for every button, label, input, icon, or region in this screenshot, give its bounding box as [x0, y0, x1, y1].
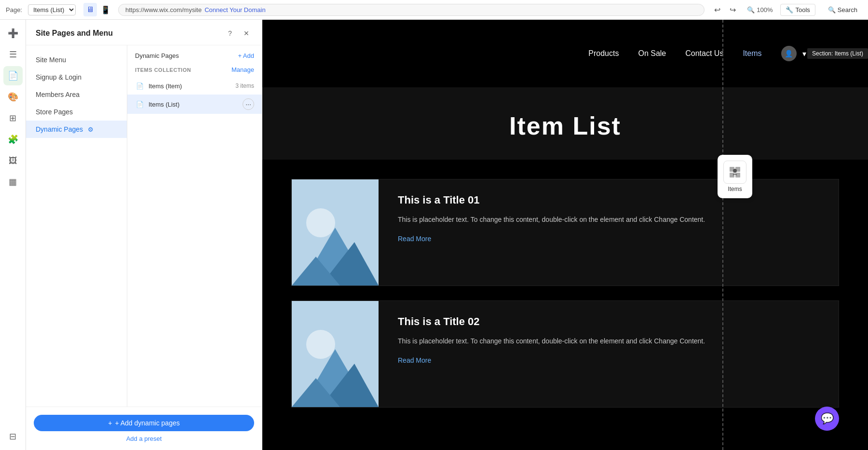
website-nav: Products On Sale Contact Us Items [588, 49, 761, 58]
device-switcher: 🖥 📱 [83, 3, 112, 16]
item-card-image-1 [292, 179, 379, 286]
sidebar-pages-icon[interactable]: 📄 [3, 66, 23, 85]
section-badge: Section: Items (List) [807, 48, 868, 59]
panel-body: Site Menu Signup & Login Members Area St… [26, 45, 262, 407]
nav-item-members-area[interactable]: Members Area [26, 86, 127, 103]
main-layout: ➕ ☰ 📄 🎨 ⊞ 🧩 🖼 ▦ ⊟ Site Pages and Menu ? … [0, 20, 868, 450]
top-bar: Page: Items (List) 🖥 📱 https://www.wix.c… [0, 0, 868, 20]
sidebar-menu-icon[interactable]: ☰ [3, 45, 23, 64]
mountain-svg-2 [292, 301, 379, 407]
item-card-title-1: This is a Title 01 [398, 194, 819, 206]
sidebar-icons: ➕ ☰ 📄 🎨 ⊞ 🧩 🖼 ▦ ⊟ [0, 20, 26, 450]
tools-button[interactable]: 🔧 Tools [780, 4, 815, 16]
section-header: ITEMS COLLECTION Manage [127, 64, 262, 77]
page-item-items-item[interactable]: 📄 Items (Item) 3 items [127, 77, 262, 95]
close-panel-button[interactable]: ✕ [241, 27, 252, 39]
sidebar-layers-icon[interactable]: ⊟ [3, 427, 23, 446]
panel-right: Dynamic Pages + Add ITEMS COLLECTION Man… [127, 45, 262, 407]
items-content: This is a Title 01 This is placeholder t… [262, 160, 868, 427]
nav-item-dynamic-pages[interactable]: Dynamic Pages ⚙ [26, 121, 127, 138]
sidebar-grid-icon[interactable]: ▦ [3, 172, 23, 191]
svg-point-6 [306, 330, 335, 359]
sidebar-add-icon[interactable]: ➕ [3, 24, 23, 43]
add-dynamic-pages-button[interactable]: + + Add dynamic pages [34, 415, 254, 431]
items-widget-label: Items [728, 186, 742, 192]
undo-redo-group: ↩ ↪ [710, 3, 739, 16]
nav-items[interactable]: Items [743, 49, 761, 58]
sidebar-design-icon[interactable]: 🎨 [3, 87, 23, 107]
page-item-list-label: Items (List) [149, 101, 239, 108]
panel-header: Site Pages and Menu ? ✕ [26, 20, 262, 45]
items-widget[interactable]: Items [718, 155, 752, 198]
add-page-link[interactable]: + Add [238, 52, 254, 59]
panel-right-header: Dynamic Pages + Add [127, 45, 262, 64]
site-pages-panel: Site Pages and Menu ? ✕ Site Menu Signup… [26, 20, 262, 450]
item-card-1: This is a Title 01 This is placeholder t… [291, 179, 839, 286]
nav-contact-us[interactable]: Contact Us [685, 49, 723, 58]
help-button[interactable]: ? [224, 27, 236, 39]
item-card-read-more-1[interactable]: Read More [398, 235, 431, 243]
item-card-body-1: This is a Title 01 This is placeholder t… [379, 179, 839, 286]
nav-item-store-pages[interactable]: Store Pages [26, 103, 127, 121]
page-icon-list: 📄 [135, 99, 145, 109]
items-widget-svg [728, 165, 742, 179]
undo-button[interactable]: ↩ [710, 3, 724, 16]
page-item-label: Items (Item) [149, 82, 231, 90]
panel-footer: + + Add dynamic pages Add a preset [26, 407, 262, 450]
item-card-read-more-2[interactable]: Read More [398, 356, 431, 364]
sidebar-blocks-icon[interactable]: ⊞ [3, 109, 23, 128]
dashed-vertical-line [722, 20, 723, 450]
item-card-title-2: This is a Title 02 [398, 315, 819, 328]
svg-rect-12 [730, 173, 734, 177]
chevron-down-icon: ▾ [802, 49, 806, 58]
sidebar-bottom-icons: ⊟ [3, 427, 23, 446]
redo-button[interactable]: ↪ [726, 3, 739, 16]
panel-header-actions: ? ✕ [224, 27, 252, 39]
item-card-text-2: This is placeholder text. To change this… [398, 336, 819, 346]
nav-on-sale[interactable]: On Sale [638, 49, 666, 58]
nav-item-signup-login[interactable]: Signup & Login [26, 68, 127, 86]
item-card-text-1: This is placeholder text. To change this… [398, 214, 819, 225]
page-selector[interactable]: Items (List) [28, 4, 76, 15]
website-header: Products On Sale Contact Us Items 👤 ▾ 🛒 … [262, 20, 868, 87]
page-item-count: 3 items [235, 82, 254, 89]
item-card-body-2: This is a Title 02 This is placeholder t… [379, 301, 839, 407]
svg-point-14 [733, 169, 737, 173]
mobile-icon[interactable]: 📱 [99, 3, 112, 16]
website-canvas: Products On Sale Contact Us Items 👤 ▾ 🛒 … [262, 20, 868, 450]
page-label: Page: [6, 6, 22, 14]
zoom-control[interactable]: 🔍 100% [747, 6, 773, 14]
nav-products[interactable]: Products [588, 49, 619, 58]
url-bar: https://www.wix.com/mysite Connect Your … [118, 4, 705, 16]
sidebar-plugins-icon[interactable]: 🧩 [3, 130, 23, 149]
item-list-header: Item List [262, 87, 868, 160]
top-bar-right: ↩ ↪ 🔍 100% 🔧 Tools 🔍 Search [710, 3, 862, 16]
desktop-icon[interactable]: 🖥 [83, 3, 97, 16]
page-icon: 📄 [135, 81, 145, 91]
page-item-menu-button[interactable]: ··· [243, 98, 254, 110]
nav-item-site-menu[interactable]: Site Menu [26, 51, 127, 68]
sidebar-media-icon[interactable]: 🖼 [3, 151, 23, 170]
search-button[interactable]: 🔍 Search [823, 4, 862, 15]
mountain-svg-1 [292, 179, 379, 286]
section-label: ITEMS COLLECTION [135, 67, 191, 73]
connect-domain-link[interactable]: Connect Your Domain [204, 6, 265, 14]
items-widget-icon [723, 161, 746, 184]
user-avatar[interactable]: 👤 [781, 46, 797, 61]
page-item-items-list[interactable]: 📄 Items (List) ··· [127, 95, 262, 114]
panel-title: Site Pages and Menu [36, 29, 113, 38]
panel-left-nav: Site Menu Signup & Login Members Area St… [26, 45, 127, 407]
canvas-area: Products On Sale Contact Us Items 👤 ▾ 🛒 … [262, 20, 868, 450]
add-preset-link[interactable]: Add a preset [126, 435, 162, 442]
manage-link[interactable]: Manage [231, 66, 254, 73]
svg-rect-13 [735, 173, 740, 177]
dynamic-pages-title: Dynamic Pages [135, 52, 179, 59]
item-card-image-2 [292, 301, 379, 407]
chat-bubble[interactable]: 💬 [815, 407, 839, 431]
item-card-2: This is a Title 02 This is placeholder t… [291, 300, 839, 408]
url-text: https://www.wix.com/mysite [125, 6, 202, 14]
svg-point-1 [306, 208, 335, 237]
